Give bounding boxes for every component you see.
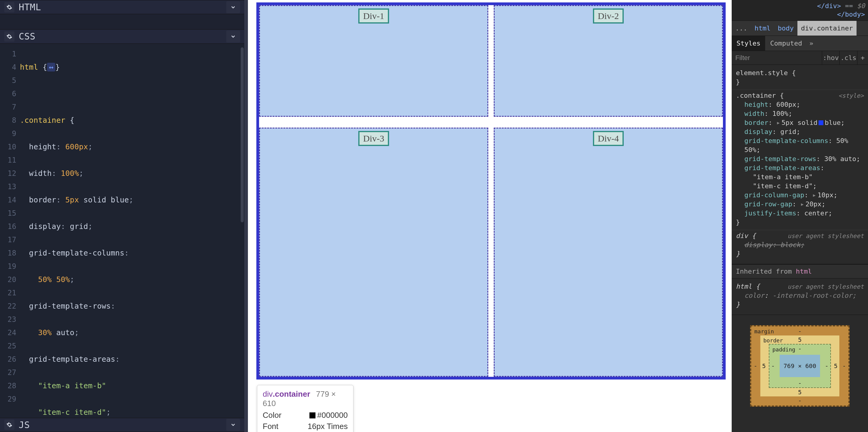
- color-swatch-icon: [309, 412, 315, 419]
- preview-column: Div-1 Div-2 Div-3 Div-4 div.container 77…: [244, 0, 732, 432]
- js-panel-title: JS: [19, 420, 30, 430]
- styles-filter-bar: :hov .cls +: [732, 51, 868, 65]
- devtools-panel: </div> == $0 </body> ... html body div.c…: [732, 0, 868, 432]
- css-panel-header[interactable]: CSS: [0, 29, 244, 43]
- new-rule-icon[interactable]: +: [857, 51, 868, 65]
- breadcrumb-item-html[interactable]: html: [751, 21, 774, 36]
- grid-container[interactable]: Div-1 Div-2 Div-3 Div-4: [256, 2, 726, 379]
- rule-container[interactable]: <style> .container { height: 600px; widt…: [732, 90, 868, 230]
- cell-label: Div-4: [593, 131, 624, 146]
- filter-input[interactable]: [732, 51, 822, 65]
- hov-toggle[interactable]: :hov: [822, 51, 839, 65]
- grid-cell-1[interactable]: Div-1: [259, 5, 488, 117]
- styles-list-inherited[interactable]: user agent stylesheet html { color: -int…: [732, 278, 868, 315]
- elements-snippet[interactable]: </div> == $0 </body>: [732, 0, 868, 21]
- preview-frame[interactable]: Div-1 Div-2 Div-3 Div-4: [256, 2, 726, 379]
- cell-label: Div-2: [593, 8, 624, 24]
- cls-toggle[interactable]: .cls: [839, 51, 857, 65]
- cell-label: Div-3: [358, 131, 389, 146]
- scrollbar-thumb[interactable]: [241, 48, 244, 222]
- chevron-down-icon[interactable]: [226, 1, 240, 13]
- chevron-down-icon[interactable]: [226, 419, 240, 431]
- inspect-tooltip: div.container 779 × 610 Color #000000 Fo…: [257, 385, 353, 432]
- editor-column: HTML CSS 1 4 5 6 7 8 9 10 11 12 13 14 15: [0, 0, 244, 432]
- styles-list[interactable]: element.style { } <style> .container { h…: [732, 65, 868, 264]
- grid-cell-3[interactable]: Div-3: [259, 128, 488, 377]
- rule-div-ua[interactable]: user agent stylesheet div { display: blo…: [732, 230, 868, 261]
- gear-icon[interactable]: [4, 2, 14, 12]
- chevron-down-icon[interactable]: [226, 30, 240, 42]
- code-area[interactable]: html {↔} .container { height: 600px; wid…: [20, 44, 241, 418]
- rule-element-style[interactable]: element.style { }: [732, 67, 868, 90]
- rule-html-ua[interactable]: user agent stylesheet html { color: -int…: [732, 281, 868, 312]
- breadcrumb[interactable]: ... html body div.container: [732, 21, 868, 36]
- html-panel-body[interactable]: [0, 14, 244, 29]
- box-model[interactable]: margin - - - - border 5 5 5 5 padding - …: [732, 315, 868, 432]
- inherited-header: Inherited from html: [732, 264, 868, 278]
- breadcrumb-item-body[interactable]: body: [774, 21, 798, 36]
- more-tabs-icon[interactable]: »: [809, 39, 813, 47]
- fold-icon[interactable]: ↔: [47, 63, 55, 71]
- grid-cell-2[interactable]: Div-2: [494, 5, 723, 117]
- html-panel-header[interactable]: HTML: [0, 0, 244, 14]
- js-panel-header[interactable]: JS: [0, 418, 244, 432]
- styles-tabs: Styles Computed »: [732, 36, 868, 51]
- breadcrumb-item-container[interactable]: div.container: [798, 21, 857, 36]
- grid-cell-4[interactable]: Div-4: [494, 128, 723, 377]
- tab-computed[interactable]: Computed: [765, 36, 807, 51]
- css-panel-body[interactable]: 1 4 5 6 7 8 9 10 11 12 13 14 15 16 17 18…: [0, 44, 244, 418]
- box-model-content: 769 × 600: [780, 355, 820, 377]
- cell-label: Div-1: [358, 8, 389, 24]
- color-swatch-icon[interactable]: [818, 120, 824, 125]
- html-panel-title: HTML: [19, 2, 41, 12]
- css-panel-title: CSS: [19, 31, 36, 42]
- tab-styles[interactable]: Styles: [732, 36, 765, 51]
- breadcrumb-overflow[interactable]: ...: [732, 21, 751, 36]
- line-gutter: 1 4 5 6 7 8 9 10 11 12 13 14 15 16 17 18…: [0, 44, 20, 418]
- gear-icon[interactable]: [4, 31, 14, 42]
- gear-icon[interactable]: [4, 420, 14, 430]
